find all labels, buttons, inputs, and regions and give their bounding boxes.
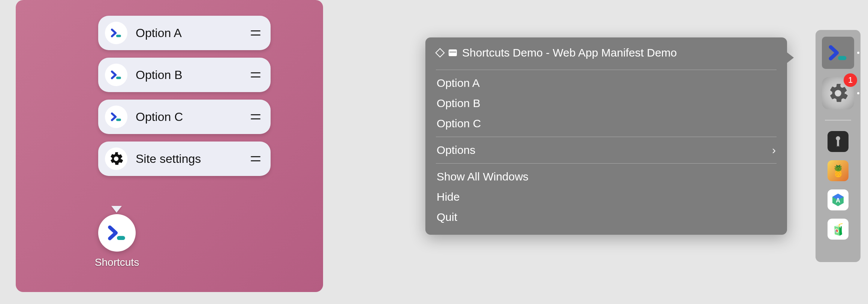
menu-separator bbox=[436, 137, 777, 137]
menu-item-label: Option A bbox=[437, 77, 776, 89]
dock-app-misc-1[interactable]: 🍍 bbox=[828, 160, 849, 181]
menu-separator bbox=[436, 163, 777, 164]
dock-app-devtools[interactable] bbox=[828, 189, 849, 210]
menu-item-show-all-windows[interactable]: Show All Windows bbox=[425, 167, 787, 187]
app-launcher-icon[interactable] bbox=[98, 214, 136, 252]
menu-item-label: Hide bbox=[437, 191, 776, 203]
menu-item-option-a[interactable]: Option A bbox=[425, 73, 787, 93]
menu-title: Shortcuts Demo - Web App Manifest Demo bbox=[462, 46, 776, 59]
menu-item-quit[interactable]: Quit bbox=[425, 207, 787, 227]
running-indicator-icon bbox=[857, 92, 859, 94]
shortcuts-logo-icon bbox=[105, 64, 127, 86]
window-icon bbox=[449, 49, 457, 56]
dock-app-keychain[interactable] bbox=[828, 131, 849, 152]
shortcuts-logo-icon bbox=[105, 106, 127, 128]
menu-item-label: Option C bbox=[437, 117, 776, 130]
mac-dock: 1 🍍 🧃 bbox=[816, 30, 861, 262]
menu-item-label: Show All Windows bbox=[437, 170, 776, 183]
dock-separator bbox=[825, 120, 851, 121]
dock-app-misc-2[interactable]: 🧃 bbox=[828, 219, 849, 240]
drag-handle-icon[interactable] bbox=[250, 114, 262, 119]
shortcut-site-settings[interactable]: Site settings bbox=[98, 142, 271, 176]
android-shortcut-panel: Option A Option B Option C Site settings bbox=[16, 0, 323, 292]
mac-dock-context-menu: Shortcuts Demo - Web App Manifest Demo O… bbox=[425, 37, 787, 235]
shortcut-option-a[interactable]: Option A bbox=[98, 16, 271, 50]
android-shortcut-menu: Option A Option B Option C Site settings bbox=[98, 16, 271, 176]
shortcut-option-c[interactable]: Option C bbox=[98, 100, 271, 134]
shortcut-label: Site settings bbox=[136, 152, 250, 166]
menu-item-label: Options bbox=[437, 144, 772, 156]
running-indicator-icon bbox=[857, 52, 859, 54]
diamond-icon bbox=[435, 48, 444, 57]
notification-badge: 1 bbox=[844, 73, 857, 87]
shortcut-label: Option A bbox=[136, 26, 250, 40]
chevron-right-icon: › bbox=[772, 144, 776, 156]
menu-item-label: Option B bbox=[437, 97, 776, 110]
menu-item-hide[interactable]: Hide bbox=[425, 187, 787, 207]
menu-separator bbox=[436, 70, 777, 70]
app-launcher-label: Shortcuts bbox=[79, 256, 154, 268]
dock-app-settings[interactable]: 1 bbox=[822, 77, 854, 109]
gear-icon bbox=[105, 148, 127, 170]
drag-handle-icon[interactable] bbox=[250, 72, 262, 77]
shortcut-option-b[interactable]: Option B bbox=[98, 58, 271, 92]
menu-item-option-b[interactable]: Option B bbox=[425, 93, 787, 113]
shortcut-label: Option B bbox=[136, 68, 250, 82]
menu-title-row[interactable]: Shortcuts Demo - Web App Manifest Demo bbox=[425, 41, 787, 67]
menu-item-options[interactable]: Options › bbox=[425, 140, 787, 160]
drag-handle-icon[interactable] bbox=[250, 30, 262, 36]
drag-handle-icon[interactable] bbox=[250, 156, 262, 161]
shortcuts-logo-icon bbox=[105, 22, 127, 44]
shortcut-label: Option C bbox=[136, 110, 250, 124]
menu-item-option-c[interactable]: Option C bbox=[425, 113, 787, 134]
dock-app-shortcuts[interactable] bbox=[822, 37, 854, 69]
menu-item-label: Quit bbox=[437, 211, 776, 224]
menu-pointer-icon bbox=[111, 206, 122, 213]
